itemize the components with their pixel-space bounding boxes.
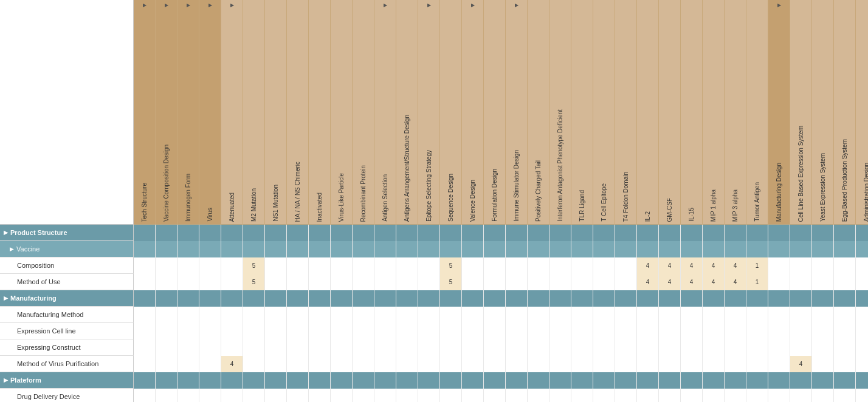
cell-product_structure-tumor_antigen[interactable] [746,225,768,241]
cell-drug_delivery-cell_line[interactable] [790,389,812,402]
cell-manufacturing_method-immunogen[interactable] [177,307,199,323]
cell-manufacturing-interferon_ant[interactable] [549,290,571,307]
cell-composition-tech_structure[interactable] [134,257,156,274]
cell-product_structure-ns1_mutation[interactable] [265,225,287,241]
cell-virus_purification-interferon_ant[interactable] [549,356,571,372]
cell-virus_purification-ha_na[interactable] [287,356,309,372]
cell-expression_cell-egg_based[interactable] [834,323,856,339]
cell-drug_delivery-pos_charged[interactable] [528,389,549,402]
cell-virus_purification-sequence[interactable] [440,356,462,372]
cell-expressing_construct-inactivated[interactable] [309,339,331,356]
cell-vaccine-formulation[interactable] [484,241,506,257]
cell-drug_delivery-yeast[interactable] [812,389,834,402]
cell-virus_purification-manuf_design[interactable] [768,356,790,372]
cell-manufacturing-tlr_ligand[interactable] [571,290,593,307]
cell-expression_cell-epitope_sel[interactable] [418,323,440,339]
cell-virus_purification-antigen_sel[interactable] [374,356,396,372]
cell-composition-formulation[interactable] [484,257,506,274]
cell-product_structure-inactivated[interactable] [309,225,331,241]
cell-drug_delivery-interferon_ant[interactable] [549,389,571,402]
cell-method_of_use-antigens_arr[interactable] [396,274,418,290]
cell-manufacturing-tumor_antigen[interactable] [746,290,768,307]
cell-product_structure-il_15[interactable] [681,225,703,241]
cell-expression_cell-vaccine_comp[interactable] [156,323,177,339]
cell-vaccine-mip1_alpha[interactable] [703,241,725,257]
cell-plateform-gm_csf[interactable] [659,372,681,389]
cell-product_structure-gm_csf[interactable] [659,225,681,241]
cell-manufacturing-immunogen[interactable] [177,290,199,307]
cell-plateform-il_2[interactable] [637,372,659,389]
cell-drug_delivery-mip3_alpha[interactable] [725,389,746,402]
cell-composition-antigen_sel[interactable] [374,257,396,274]
cell-manufacturing-inactivated[interactable] [309,290,331,307]
cell-expression_cell-attenuated[interactable] [221,323,243,339]
cell-drug_delivery-il_2[interactable] [637,389,659,402]
cell-virus_purification-il_15[interactable] [681,356,703,372]
cell-method_of_use-t4_foldon[interactable] [615,274,637,290]
cell-manufacturing-mip3_alpha[interactable] [725,290,746,307]
cell-manufacturing_method-interferon_ant[interactable] [549,307,571,323]
cell-expressing_construct-tumor_antigen[interactable] [746,339,768,356]
cell-manufacturing-formulation[interactable] [484,290,506,307]
cell-product_structure-attenuated[interactable] [221,225,243,241]
cell-manufacturing_method-il_2[interactable] [637,307,659,323]
cell-plateform-recombinant[interactable] [353,372,374,389]
cell-product_structure-virus[interactable] [199,225,221,241]
cell-method_of_use-admin[interactable] [856,274,868,290]
col-arrow-attenuated[interactable]: ▶ [230,2,234,8]
cell-expression_cell-ns1_mutation[interactable] [265,323,287,339]
cell-plateform-sequence[interactable] [440,372,462,389]
cell-manufacturing-virus[interactable] [199,290,221,307]
cell-vaccine-virus[interactable] [199,241,221,257]
cell-plateform-ha_na[interactable] [287,372,309,389]
cell-method_of_use-ha_na[interactable] [287,274,309,290]
cell-method_of_use-immune_stim[interactable] [506,274,528,290]
cell-plateform-il_15[interactable] [681,372,703,389]
cell-composition-immune_stim[interactable] [506,257,528,274]
cell-vaccine-tumor_antigen[interactable] [746,241,768,257]
cell-expression_cell-gm_csf[interactable] [659,323,681,339]
cell-expressing_construct-valence[interactable] [462,339,484,356]
cell-drug_delivery-valence[interactable] [462,389,484,402]
cell-vaccine-epitope_sel[interactable] [418,241,440,257]
cell-manufacturing-vaccine_comp[interactable] [156,290,177,307]
cell-plateform-antigen_sel[interactable] [374,372,396,389]
cell-method_of_use-pos_charged[interactable] [528,274,549,290]
cell-manufacturing-recombinant[interactable] [353,290,374,307]
cell-plateform-admin[interactable] [856,372,868,389]
cell-composition-attenuated[interactable] [221,257,243,274]
cell-manufacturing_method-immune_stim[interactable] [506,307,528,323]
cell-manufacturing-attenuated[interactable] [221,290,243,307]
cell-composition-sequence[interactable]: 5 [440,257,462,274]
cell-virus_purification-mip3_alpha[interactable] [725,356,746,372]
cell-virus_purification-virus[interactable] [199,356,221,372]
cell-plateform-t4_foldon[interactable] [615,372,637,389]
cell-method_of_use-mip3_alpha[interactable]: 4 [725,274,746,290]
cell-manufacturing-ns1_mutation[interactable] [265,290,287,307]
cell-drug_delivery-manuf_design[interactable] [768,389,790,402]
cell-vaccine-pos_charged[interactable] [528,241,549,257]
col-arrow-immunogen[interactable]: ▶ [187,2,190,8]
cell-composition-t4_foldon[interactable] [615,257,637,274]
cell-virus_purification-gm_csf[interactable] [659,356,681,372]
cell-virus_purification-immunogen[interactable] [177,356,199,372]
cell-manufacturing_method-pos_charged[interactable] [528,307,549,323]
cell-manufacturing_method-t4_foldon[interactable] [615,307,637,323]
cell-manufacturing_method-virus[interactable] [199,307,221,323]
cell-manufacturing-cell_line[interactable] [790,290,812,307]
cell-method_of_use-sequence[interactable]: 5 [440,274,462,290]
cell-product_structure-sequence[interactable] [440,225,462,241]
cell-vaccine-attenuated[interactable] [221,241,243,257]
cell-manufacturing_method-sequence[interactable] [440,307,462,323]
cell-plateform-manuf_design[interactable] [768,372,790,389]
cell-drug_delivery-tech_structure[interactable] [134,389,156,402]
cell-drug_delivery-tumor_antigen[interactable] [746,389,768,402]
cell-expression_cell-vlp[interactable] [331,323,353,339]
cell-product_structure-t4_foldon[interactable] [615,225,637,241]
cell-drug_delivery-il_15[interactable] [681,389,703,402]
cell-plateform-tumor_antigen[interactable] [746,372,768,389]
cell-vaccine-egg_based[interactable] [834,241,856,257]
cell-expression_cell-tumor_antigen[interactable] [746,323,768,339]
cell-virus_purification-ns1_mutation[interactable] [265,356,287,372]
cell-composition-tumor_antigen[interactable]: 1 [746,257,768,274]
